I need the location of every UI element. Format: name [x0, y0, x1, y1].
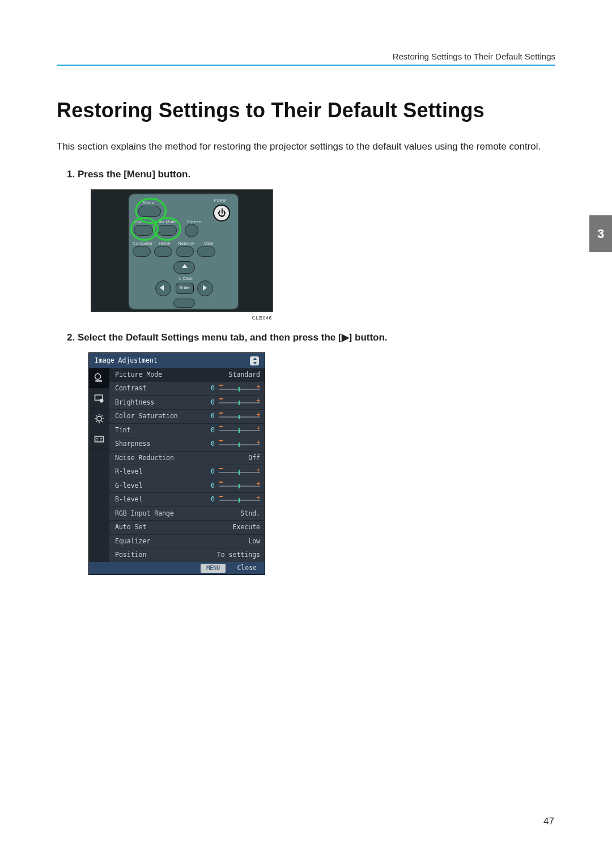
- osd-row-text: To settings: [216, 551, 260, 560]
- svg-rect-5: [95, 436, 104, 442]
- arrow-right-icon: [203, 285, 207, 291]
- osd-row: Contrast0+: [109, 381, 265, 395]
- osd-row: Tint0+: [109, 423, 265, 437]
- osd-row: Auto SetExecute: [109, 520, 265, 534]
- osd-menu: Image Adjustment Picture ModeStandardCon…: [88, 352, 265, 575]
- osd-row: EqualizerLow: [109, 534, 265, 548]
- osd-row-text: Standard: [216, 371, 260, 380]
- osd-slider: +: [219, 497, 260, 503]
- remote-label-avmute: AV Mute: [159, 219, 176, 225]
- osd-row-label: Contrast: [115, 384, 202, 393]
- osd-row-label: B-level: [115, 495, 202, 504]
- remote-power-button: ⏻: [213, 205, 230, 222]
- osd-row-label: Brightness: [115, 398, 202, 407]
- intro-text: This section explains the method for res…: [57, 141, 555, 154]
- osd-row-label: Tint: [115, 426, 202, 435]
- osd-row-label: Sharpness: [115, 440, 202, 449]
- osd-icon-column: [89, 368, 109, 562]
- svg-point-3: [100, 399, 104, 403]
- page-title: Restoring Settings to Their Default Sett…: [57, 97, 555, 125]
- osd-row-value: 0: [202, 495, 215, 504]
- osd-row: RGB Input RangeStnd.: [109, 507, 265, 521]
- step-2: 2. Select the Default Settings menu tab,…: [79, 331, 555, 344]
- osd-row-text: Stnd.: [216, 509, 260, 518]
- osd-footer: MENU Close: [89, 562, 265, 575]
- osd-slider: +: [219, 427, 260, 433]
- osd-slider: +: [219, 399, 260, 406]
- osd-row: Noise ReductionOff: [109, 451, 265, 465]
- osd-row: R-level0+: [109, 465, 265, 479]
- remote-down-button: [173, 299, 195, 308]
- osd-row-label: Color Saturation: [115, 412, 202, 421]
- osd-row-value: 0: [202, 384, 215, 393]
- osd-row-label: Position: [115, 551, 216, 560]
- osd-row-label: RGB Input Range: [115, 509, 216, 518]
- step-1-text: Press the [Menu] button.: [78, 169, 190, 180]
- default-settings-icon: [89, 409, 109, 429]
- remote-label-input: Input: [134, 219, 144, 225]
- osd-row-value: 0: [202, 482, 215, 491]
- arrow-left-icon: [160, 285, 164, 291]
- osd-row: G-level0+: [109, 479, 265, 493]
- osd-slider: +: [219, 441, 260, 448]
- remote-figure: Menu Power ⏻ Input AV Mute Freeze Comput…: [91, 189, 273, 312]
- osd-row-value: 0: [202, 412, 215, 421]
- osd-slider: +: [219, 386, 260, 392]
- osd-slider: +: [219, 483, 260, 489]
- osd-row-label: G-level: [115, 482, 202, 491]
- remote-menu-button: [138, 206, 161, 217]
- osd-row-label: Equalizer: [115, 537, 216, 546]
- input-icon: [89, 429, 109, 450]
- header-rule: [57, 65, 555, 66]
- osd-row-text: Execute: [216, 523, 260, 532]
- osd-row: PositionTo settings: [109, 548, 265, 562]
- remote-label-menu: Menu: [143, 200, 154, 206]
- remote-network-button: [176, 246, 194, 257]
- remote-enter-button: Enter: [176, 283, 194, 294]
- osd-row-label: Noise Reduction: [115, 454, 216, 463]
- remote-label-network: Network: [178, 241, 194, 247]
- remote-label-usb: USB: [204, 241, 213, 247]
- remote-computer-button: [133, 246, 151, 257]
- running-head: Restoring Settings to Their Default Sett…: [57, 51, 555, 62]
- svg-point-4: [97, 416, 101, 421]
- step-1: 1. Press the [Menu] button.: [79, 168, 555, 181]
- figure-id: CLB046: [91, 314, 272, 321]
- osd-row: Sharpness0+: [109, 437, 265, 451]
- step-2-number: 2.: [67, 332, 75, 343]
- step-2-text: Select the Default Settings menu tab, an…: [78, 332, 388, 343]
- osd-row-label: R-level: [115, 467, 202, 476]
- remote-label-hdmi: HDMI: [159, 241, 170, 247]
- svg-rect-1: [95, 380, 102, 382]
- remote-usb-button: [197, 246, 215, 257]
- image-adjust-icon: [89, 368, 109, 389]
- osd-close-label: Close: [237, 564, 257, 573]
- remote-label-computer: Computer: [133, 241, 152, 247]
- osd-row-value: 0: [202, 426, 215, 435]
- osd-row: Brightness0+: [109, 395, 265, 410]
- osd-row-text: Low: [216, 537, 260, 546]
- osd-row-value: 0: [202, 440, 215, 449]
- remote-input-button: [134, 225, 153, 236]
- remote-label-power: Power: [214, 198, 227, 204]
- osd-row-label: Auto Set: [115, 523, 216, 532]
- osd-title-bar: Image Adjustment: [89, 353, 265, 368]
- osd-row-text: Off: [216, 454, 260, 463]
- osd-row-value: 0: [202, 398, 215, 407]
- power-icon: ⏻: [218, 207, 226, 219]
- remote-label-lclick: L Click: [179, 276, 193, 282]
- osd-row: Picture ModeStandard: [109, 368, 265, 382]
- osd-title-text: Image Adjustment: [95, 356, 158, 365]
- display-settings-icon: [89, 389, 109, 409]
- arrow-up-icon: [182, 264, 188, 268]
- osd-slider: +: [219, 469, 260, 475]
- remote-body: Menu Power ⏻ Input AV Mute Freeze Comput…: [128, 193, 239, 310]
- osd-row: Color Saturation0+: [109, 409, 265, 423]
- osd-row-value: 0: [202, 467, 215, 476]
- updown-icon: [250, 356, 259, 365]
- osd-row: B-level0+: [109, 492, 265, 507]
- chapter-tab: 3: [589, 215, 612, 252]
- step-1-number: 1.: [67, 169, 75, 180]
- page-number: 47: [543, 815, 554, 828]
- osd-menu-button: MENU: [201, 564, 226, 573]
